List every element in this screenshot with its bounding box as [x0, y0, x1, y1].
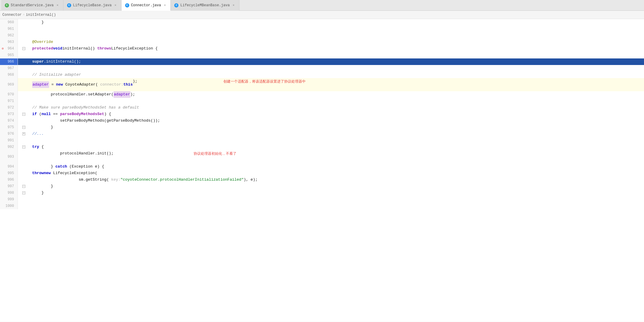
code-line-992: 992 − try {	[0, 144, 644, 150]
code-line-963: 963 @Override	[0, 39, 644, 45]
code-content-964: protected void initInternal() throws Lif…	[30, 45, 644, 52]
param-hint-key: key:	[111, 177, 120, 183]
kw-null: null	[41, 111, 51, 117]
var-adapter-2: adapter	[113, 91, 130, 98]
init-call: initInternal	[46, 58, 74, 65]
tab-close-connector[interactable]: ×	[163, 3, 167, 7]
code-editor[interactable]: 960 } 961 962 963 @Override 964 ⊙ − prot…	[0, 19, 644, 322]
tab-label-mbean: LifecycleMBeanBase.java	[180, 3, 230, 7]
gutter-994	[18, 163, 30, 170]
line-num-960: 960	[0, 19, 18, 26]
tab-icon-standard: C	[5, 3, 9, 7]
gutter-967	[18, 65, 30, 72]
kw-new-2: new	[44, 170, 51, 177]
fold-998[interactable]: −	[22, 191, 25, 194]
cn-comment-993: 协议处理器初始化，不看了	[194, 150, 237, 157]
gutter-963	[18, 39, 30, 45]
gutter-998: −	[18, 190, 30, 196]
code-line-993: 993 protocolHandler.init(); 协议处理器初始化，不看了	[0, 150, 644, 163]
line-num-1000: 1000	[0, 203, 18, 209]
breadcrumb-class[interactable]: Connector	[2, 13, 22, 17]
line-num-961: 961	[0, 26, 18, 32]
code-line-969: 969 adapter = new CoyoteAdapter( connect…	[0, 78, 644, 91]
code-content-965	[30, 52, 644, 58]
gutter-999	[18, 196, 30, 203]
tab-close-standard[interactable]: ×	[55, 3, 60, 7]
tab-label-connector: Connector.java	[131, 3, 161, 7]
gutter-961	[18, 26, 30, 32]
code-line-976: 976 + //...	[0, 131, 644, 137]
kw-new-1: new	[56, 81, 63, 88]
code-line-991: 991	[0, 137, 644, 144]
comment-parse: // Make sure parseBodyMethodsSet has a d…	[32, 104, 139, 111]
gutter-965	[18, 52, 30, 58]
gutter-996	[18, 177, 30, 183]
fold-997[interactable]: −	[22, 185, 25, 188]
kw-void: void	[53, 45, 62, 52]
line-num-996: 996	[0, 177, 18, 183]
fold-973[interactable]: −	[22, 113, 25, 116]
code-line-998: 998 − }	[0, 190, 644, 196]
tab-connector[interactable]: C Connector.java ×	[122, 0, 171, 11]
tab-lifecyclembean[interactable]: C LifecycleMBeanBase.java ×	[171, 0, 239, 11]
code-content-996: sm.getString( key: "coyoteConnector.prot…	[30, 177, 644, 183]
gutter-993	[18, 150, 30, 163]
tab-icon-lifecycle: C	[67, 3, 71, 7]
cn-comment-969: 创建一个适配器，将该适配器设置进了协议处理器中	[223, 78, 306, 85]
fold-976[interactable]: +	[22, 132, 25, 135]
fold-992[interactable]: −	[22, 145, 25, 148]
annotation-override: @Override	[32, 39, 53, 45]
method-initInternal: initInternal	[62, 45, 90, 52]
line-num-993: 993	[0, 150, 18, 163]
line-num-972: 972	[0, 104, 18, 111]
code-content-970: protocolHandler.setAdapter(adapter);	[30, 91, 644, 98]
gutter-970	[18, 91, 30, 98]
fold-975[interactable]: −	[22, 126, 25, 129]
code-line-999: 999	[0, 196, 644, 203]
gutter-974	[18, 117, 30, 124]
tab-standard-service[interactable]: C StandardService.java ×	[1, 0, 63, 11]
gutter-968	[18, 72, 30, 78]
code-line-995: 995 throw new LifecycleException(	[0, 170, 644, 177]
code-line-972: 972 // Make sure parseBodyMethodsSet has…	[0, 104, 644, 111]
tab-label-lifecycle: LifecycleBase.java	[73, 3, 112, 7]
code-content-960: }	[30, 19, 644, 26]
string-key: "coyoteConnector.protocolHandlerInitiali…	[120, 177, 243, 183]
line-num-994: 994	[0, 163, 18, 170]
code-content-962	[30, 32, 644, 39]
breadcrumb: Connector › initInternal()	[0, 11, 644, 19]
code-content-967	[30, 65, 644, 72]
code-line-974: 974 setParseBodyMethods(getParseBodyMeth…	[0, 117, 644, 124]
tab-label-standard: StandardService.java	[11, 3, 54, 7]
line-num-964: 964 ⊙	[0, 45, 18, 52]
gutter-975: −	[18, 124, 30, 131]
tab-close-lifecycle[interactable]: ×	[113, 3, 118, 7]
code-line-973: 973 − if (null == parseBodyMethodsSet) {	[0, 111, 644, 117]
tab-lifecycle-base[interactable]: C LifecycleBase.java ×	[63, 0, 122, 11]
gutter-992: −	[18, 144, 30, 150]
kw-catch: catch	[55, 163, 67, 170]
code-content-969: adapter = new CoyoteAdapter( connector: …	[30, 78, 644, 91]
gutter-972	[18, 104, 30, 111]
code-content-963: @Override	[30, 39, 644, 45]
code-line-965: 965	[0, 52, 644, 58]
code-content-966: super.initInternal();	[30, 58, 644, 65]
line-num-999: 999	[0, 196, 18, 203]
tab-close-mbean[interactable]: ×	[231, 3, 236, 7]
code-line-968: 968 // Initialize adapter	[0, 72, 644, 78]
gutter-962	[18, 32, 30, 39]
code-content-973: if (null == parseBodyMethodsSet) {	[30, 111, 644, 117]
line-num-995: 995	[0, 170, 18, 177]
super-call: super	[32, 58, 44, 65]
code-content-992: try {	[30, 144, 644, 150]
line-num-974: 974	[0, 117, 18, 124]
folded-indicator: //...	[32, 131, 44, 137]
breadcrumb-method[interactable]: initInternal()	[26, 13, 56, 17]
gutter-973: −	[18, 111, 30, 117]
line-num-992: 992	[0, 144, 18, 150]
code-line-994: 994 } catch (Exception e) {	[0, 163, 644, 170]
fold-964[interactable]: −	[22, 47, 25, 50]
tab-icon-mbean: C	[174, 3, 178, 7]
code-line-971: 971	[0, 98, 644, 104]
code-line-961: 961	[0, 26, 644, 32]
